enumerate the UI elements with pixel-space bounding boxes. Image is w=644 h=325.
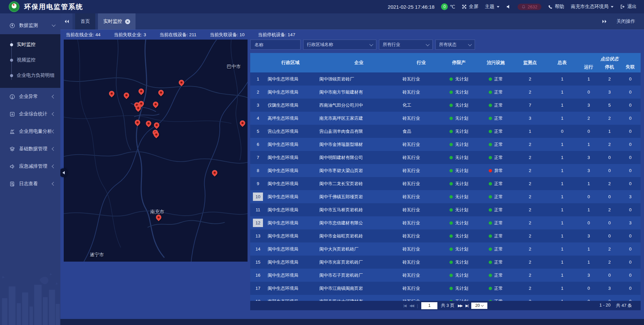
cell-stop: 0 — [599, 155, 620, 160]
page-size-select[interactable]: 20 — [471, 303, 487, 309]
table-row[interactable]: 1阆中生态环境局阆中强锐页岩砖厂砖瓦行业无计划正常21120 — [250, 72, 641, 86]
cell-region: 阆中生态环境局 — [266, 194, 317, 200]
cell-limit: 无计划 — [440, 181, 478, 187]
cell-limit: 无计划 — [440, 272, 478, 278]
cell-index: 6 — [250, 140, 266, 149]
cell-facility-label: 正常 — [494, 89, 503, 95]
col-header-facility: 治污设施 — [478, 53, 514, 72]
cell-facility-label: 正常 — [494, 220, 503, 226]
cell-industry: 砖瓦行业 — [400, 299, 440, 301]
tab-close-icon[interactable]: ✕ — [125, 19, 130, 24]
cell-lost: 0 — [620, 103, 641, 108]
notification-badge[interactable]: 2632 — [518, 4, 541, 10]
cell-limit-label: 无计划 — [455, 207, 468, 213]
first-page-button[interactable]: |◀ — [404, 304, 406, 308]
cell-limit-label: 无计划 — [455, 168, 468, 174]
cell-facility: 正常 — [478, 259, 514, 265]
table-row[interactable]: 18南部生态环境局南部县双佳大河建材有砖瓦行业无计划正常21030 — [250, 295, 641, 301]
sidebar-item-realtime-monitoring[interactable]: 实时监控 — [0, 37, 60, 52]
cell-lost: 0 — [620, 116, 641, 121]
sound-toggle-button[interactable] — [506, 4, 511, 9]
table-row[interactable]: 3仪陇生态环境局西南油气田分公司川中化工无计划正常71350 — [250, 99, 641, 112]
cell-region: 阆中生态环境局 — [266, 246, 317, 252]
sidebar-item-enterprise-statistics[interactable]: 企业综合统计 — [0, 105, 60, 123]
col-header-lost: 失联 — [620, 63, 641, 71]
next-page-button[interactable]: ▶▶ — [458, 304, 462, 308]
cell-run: 1 — [578, 181, 599, 186]
cell-limit: 无计划 — [440, 155, 478, 161]
theme-menu-button[interactable]: 主题 — [485, 4, 499, 10]
page-number-input[interactable] — [421, 302, 437, 309]
row-index: 8 — [253, 166, 263, 175]
table-row[interactable]: 14阆中生态环境局阆中大兴页岩机砖厂砖瓦行业无计划正常21120 — [250, 242, 641, 256]
status-dot-green — [489, 104, 492, 107]
cell-company: 阆中市江南镇阆南页岩 — [317, 285, 400, 291]
cell-industry: 化工 — [400, 102, 440, 108]
map-collapse-handle[interactable] — [59, 168, 67, 177]
tabs-scroll-left-button[interactable] — [60, 13, 72, 30]
last-page-button[interactable]: ▶| — [466, 304, 468, 308]
cell-points: 2 — [514, 247, 546, 252]
cell-region: 阆中生态环境局 — [266, 89, 317, 95]
table-row[interactable]: 17阆中生态环境局阆中市江南镇阆南页岩砖瓦行业无计划正常21030 — [250, 282, 641, 295]
tab-bar: 首页 实时监控 ✕ 关闭操作 — [60, 13, 644, 30]
prev-page-button[interactable]: ◀◀ — [409, 304, 414, 308]
cell-index: 9 — [250, 179, 266, 188]
tab-home[interactable]: 首页 — [75, 13, 95, 30]
status-select[interactable]: 所有状态 — [435, 40, 475, 50]
sidebar-item-basic-data-management[interactable]: 基础数据管理 — [0, 140, 60, 158]
table-row[interactable]: 13阆中生态环境局阆中市金福旺页岩机砖砖瓦行业无计划正常21300 — [250, 229, 641, 242]
cell-run: 3 — [578, 155, 599, 160]
cell-lost: 0 — [620, 155, 641, 160]
cell-meters: 1 — [546, 273, 578, 278]
cell-meters: 1 — [546, 103, 578, 108]
table-row[interactable]: 12阆中生态环境局阆中市忠信建材有限公砖瓦行业无计划正常21003 — [250, 216, 641, 229]
name-search-input[interactable] — [254, 42, 297, 48]
status-dot-green — [449, 234, 453, 238]
cell-company: 营山县润丰肉食品有限 — [317, 128, 400, 134]
sidebar-item-enterprise-abnormal[interactable]: 企业异常 — [0, 88, 60, 105]
status-metric: 当前在线设备: 211 — [160, 32, 197, 38]
double-chevron-right-icon[interactable] — [602, 19, 607, 23]
temperature-unit: ℃ — [450, 4, 455, 9]
table-row[interactable]: 11阆中生态环境局阆中市五马桥页岩机砖砖瓦行业无计划正常21120 — [250, 203, 641, 216]
table-row[interactable]: 16阆中生态环境局阆中市石子页岩机砖厂砖瓦行业无计划正常21300 — [250, 269, 641, 282]
row-index: 17 — [253, 284, 263, 292]
table-row[interactable]: 7阆中生态环境局阆中明阳建材有限公司砖瓦行业无计划正常21300 — [250, 151, 641, 164]
table-row[interactable]: 2阆中生态环境局阆中市南方节能建材有砖瓦行业无计划正常21030 — [250, 86, 641, 99]
cell-points: 3 — [514, 116, 546, 121]
cell-index: 1 — [250, 75, 266, 83]
tab-realtime-monitoring[interactable]: 实时监控 ✕ — [98, 13, 136, 30]
map-panel[interactable]: 巴中市南充市遂宁市 — [64, 40, 248, 262]
status-dot-green — [449, 117, 453, 120]
name-search-field[interactable] — [250, 40, 301, 50]
close-operations-button[interactable]: 关闭操作 — [616, 18, 635, 24]
cell-industry: 砖瓦行业 — [400, 285, 440, 291]
cell-run: 0 — [578, 220, 599, 225]
gauge-icon — [9, 23, 15, 29]
sidebar-item-data-monitoring[interactable]: 数据监测 — [0, 17, 60, 34]
cell-limit: 无计划 — [440, 142, 478, 148]
table-row[interactable]: 8阆中生态环境局阆中市枣碧大梁山页岩砖瓦行业无计划异常21300 — [250, 164, 641, 177]
org-dropdown[interactable]: 南充市生态环境局 — [571, 4, 613, 10]
sidebar-item-power-load-detail[interactable]: 企业电力负荷明细 — [0, 68, 60, 83]
cell-industry: 食品 — [400, 128, 440, 134]
sidebar-item-video-monitoring[interactable]: 视频监控 — [0, 52, 60, 68]
sidebar-item-power-usage-analysis[interactable]: 企业用电量分析 — [0, 123, 60, 140]
table-row[interactable]: 15阆中生态环境局阆中市光富页岩机砖厂砖瓦行业无计划正常21120 — [250, 256, 641, 269]
sidebar-item-emergency-reduction[interactable]: 应急减排管理 — [0, 158, 60, 175]
sidebar-item-label: 企业用电量分析 — [19, 128, 52, 134]
industry-select[interactable]: 所有行业 — [379, 40, 433, 50]
table-row[interactable]: 10阆中生态环境局阆中千佛镇五郎垭页岩砖瓦行业无计划正常21003 — [250, 190, 641, 203]
status-dot-green — [489, 221, 492, 225]
help-button[interactable]: 帮助 — [548, 4, 564, 10]
logout-button[interactable]: 退出 — [620, 4, 637, 10]
sidebar-item-log-view[interactable]: 日志查看 — [0, 175, 60, 193]
table-row[interactable]: 9阆中生态环境局阆中市二龙长宝页岩砖砖瓦行业无计划正常21120 — [250, 177, 641, 190]
region-select[interactable]: 行政区域名称 — [303, 40, 376, 50]
fullscreen-button[interactable]: 全屏 — [462, 4, 478, 10]
table-row[interactable]: 4高坪生态环境局南充市高坪区王家店建砖瓦行业无计划正常31220 — [250, 112, 641, 125]
table-row[interactable]: 6阆中生态环境局阆中市金博瑞新型墙材砖瓦行业无计划正常21120 — [250, 138, 641, 151]
table-row[interactable]: 5营山生态环境局营山县润丰肉食品有限食品无计划正常10010 — [250, 125, 641, 138]
cell-points: 2 — [514, 273, 546, 278]
